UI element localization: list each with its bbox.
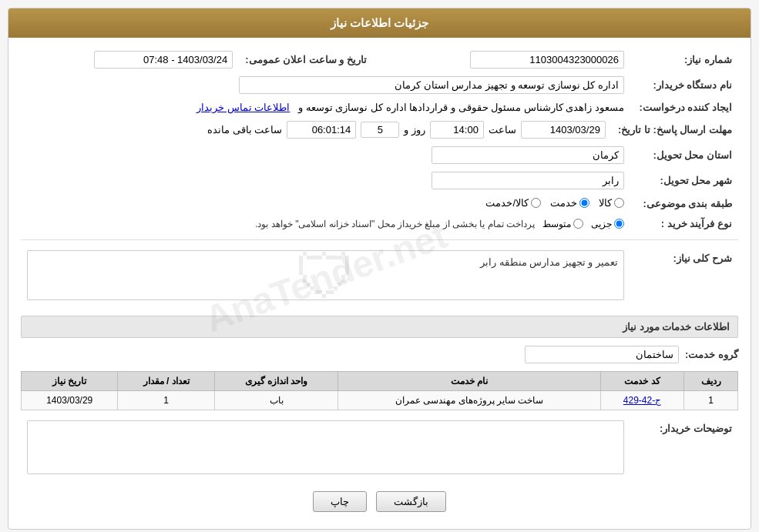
response-time-label: ساعت xyxy=(489,124,516,136)
info-table-org: نام دستگاه خریدار: اداره کل نوسازی توسعه… xyxy=(21,72,738,98)
process-type-label: نوع فرآیند خرید : xyxy=(630,214,738,233)
category-kala-khadamat-radio[interactable] xyxy=(531,198,541,208)
buyer-org-box: اداره کل نوسازی توسعه و تجهیز مدارس استا… xyxy=(239,76,624,94)
category-kala-khadamat-label: کالا/خدمت xyxy=(485,197,529,209)
print-button[interactable]: چاپ xyxy=(313,491,367,512)
province-value: کرمان xyxy=(21,142,630,168)
info-table-province: استان محل تحویل: کرمان xyxy=(21,142,738,168)
info-table-creator: ایجاد کننده درخواست: مسعود زاهدی کارشناس… xyxy=(21,98,738,117)
category-khadamat-label: خدمت xyxy=(550,197,577,209)
city-value: رابر xyxy=(21,168,630,193)
category-kala[interactable]: کالا xyxy=(599,197,624,209)
cell-name: ساخت سایر پروژه‌های مهندسی عمران xyxy=(338,391,601,410)
process-motavasset[interactable]: متوسط xyxy=(542,219,583,229)
process-jozei[interactable]: جزیی xyxy=(591,219,624,229)
info-table-notes: توضیحات خریدار: xyxy=(21,417,738,480)
category-kala-khadamat[interactable]: کالا/خدمت xyxy=(485,197,541,209)
page-container: جزئیات اطلاعات نیاز شماره نیاز: 11030043… xyxy=(0,0,759,532)
back-button[interactable]: بازگشت xyxy=(376,491,446,512)
category-label: طبقه بندی موضوعی: xyxy=(630,193,738,214)
info-table-process: نوع فرآیند خرید : جزیی متوسط پرداخت xyxy=(21,214,738,233)
th-name: نام خدمت xyxy=(338,372,601,391)
description-label: شرح کلی نیاز: xyxy=(630,246,738,308)
process-type-text: پرداخت تمام یا بخشی از مبلغ خریداز محل "… xyxy=(255,219,535,229)
cell-date: 1403/03/29 xyxy=(22,391,118,410)
response-remaining-label: ساعت باقی مانده xyxy=(207,124,282,136)
response-deadline-label: مهلت ارسال پاسخ: تا تاریخ: xyxy=(612,117,738,142)
city-label: شهر محل تحویل: xyxy=(630,168,738,193)
card-header: جزئیات اطلاعات نیاز xyxy=(8,8,751,38)
process-jozei-label: جزیی xyxy=(591,219,612,229)
announcement-date-box: 1403/03/24 - 07:48 xyxy=(94,51,233,69)
services-section-header: اطلاعات خدمات مورد نیاز xyxy=(21,316,738,338)
info-table-deadline: مهلت ارسال پاسخ: تا تاریخ: 1403/03/29 سا… xyxy=(21,117,738,142)
th-date: تاریخ نیاز xyxy=(22,372,118,391)
th-code: کد خدمت xyxy=(601,372,684,391)
province-box: کرمان xyxy=(432,146,624,164)
notes-label: توضیحات خریدار: xyxy=(630,417,738,480)
th-quantity: تعداد / مقدار xyxy=(118,372,214,391)
category-khadamat-radio[interactable] xyxy=(579,198,589,208)
process-motavasset-label: متوسط xyxy=(542,219,571,229)
response-deadline-row: 1403/03/29 ساعت 14:00 روز و 5 06:01:14 س… xyxy=(21,117,612,142)
th-unit: واحد اندازه گیری xyxy=(214,372,338,391)
info-table-description: شرح کلی نیاز: AnaTender.net 🛡 تعمیر و تج… xyxy=(21,246,738,308)
response-remaining-box: 06:01:14 xyxy=(287,121,356,139)
table-row: 1ج-42-429ساخت سایر پروژه‌های مهندسی عمرا… xyxy=(22,391,738,410)
creator-value: مسعود زاهدی کارشناس مسئول حقوقی و قراردا… xyxy=(21,98,630,117)
city-box: رابر xyxy=(432,172,624,189)
response-date-box: 1403/03/29 xyxy=(521,121,606,139)
services-table: ردیف کد خدمت نام خدمت واحد اندازه گیری ت… xyxy=(21,371,738,410)
header-title: جزئیات اطلاعات نیاز xyxy=(331,16,428,29)
card-body: شماره نیاز: 1103004323000026 تاریخ و ساع… xyxy=(8,38,751,529)
announcement-date-label: تاریخ و ساعت اعلان عمومی: xyxy=(239,47,390,72)
description-area: AnaTender.net 🛡 تعمیر و تجهیز مدارس منطق… xyxy=(27,250,624,304)
category-kala-label: کالا xyxy=(599,197,612,209)
response-day-label: روز و xyxy=(404,124,425,136)
service-group-label: گروه خدمت: xyxy=(685,349,738,360)
notes-section: توضیحات خریدار: xyxy=(21,417,738,480)
info-table-city: شهر محل تحویل: رابر xyxy=(21,168,738,193)
creator-link[interactable]: اطلاعات تماس خریدار xyxy=(196,102,290,113)
th-row: ردیف xyxy=(684,372,738,391)
process-jozei-radio[interactable] xyxy=(614,219,624,229)
bottom-buttons: بازگشت چاپ xyxy=(21,480,738,520)
notes-textarea[interactable] xyxy=(27,420,624,474)
info-table-top: شماره نیاز: 1103004323000026 تاریخ و ساع… xyxy=(21,47,738,72)
reference-number-label: شماره نیاز: xyxy=(630,47,738,72)
response-time-box: 14:00 xyxy=(430,121,484,139)
buyer-org-label: نام دستگاه خریدار: xyxy=(630,72,738,98)
creator-label: ایجاد کننده درخواست: xyxy=(630,98,738,117)
category-options: کالا خدمت کالا/خدمت xyxy=(21,193,630,214)
category-khadamat[interactable]: خدمت xyxy=(550,197,589,209)
reference-number-value: 1103004323000026 xyxy=(390,47,630,72)
group-service-row: گروه خدمت: ساختمان xyxy=(21,343,738,366)
service-group-box: ساختمان xyxy=(525,346,679,363)
main-card: جزئیات اطلاعات نیاز شماره نیاز: 11030043… xyxy=(8,8,751,530)
divider-1 xyxy=(21,239,738,240)
cell-row: 1 xyxy=(684,391,738,410)
cell-unit: باب xyxy=(214,391,338,410)
description-value: AnaTender.net 🛡 تعمیر و تجهیز مدارس منطق… xyxy=(21,246,630,308)
category-kala-radio[interactable] xyxy=(614,198,624,208)
cell-code[interactable]: ج-42-429 xyxy=(601,391,684,410)
reference-number-box: 1103004323000026 xyxy=(470,51,624,69)
cell-quantity: 1 xyxy=(118,391,214,410)
response-days-box: 5 xyxy=(361,122,399,138)
announcement-date-value: 1403/03/24 - 07:48 xyxy=(21,47,239,72)
process-type-row: جزیی متوسط پرداخت تمام یا بخشی از مبلغ خ… xyxy=(21,214,630,233)
process-motavasset-radio[interactable] xyxy=(573,219,583,229)
province-label: استان محل تحویل: xyxy=(630,142,738,168)
creator-text: مسعود زاهدی کارشناس مسئول حقوقی و قراردا… xyxy=(298,102,624,113)
notes-value xyxy=(21,417,630,480)
description-overlay: تعمیر و تجهیز مدارس منطقه رابر xyxy=(480,256,618,268)
buyer-org-value: اداره کل نوسازی توسعه و تجهیز مدارس استا… xyxy=(21,72,630,98)
info-table-category: طبقه بندی موضوعی: کالا خدمت xyxy=(21,193,738,214)
